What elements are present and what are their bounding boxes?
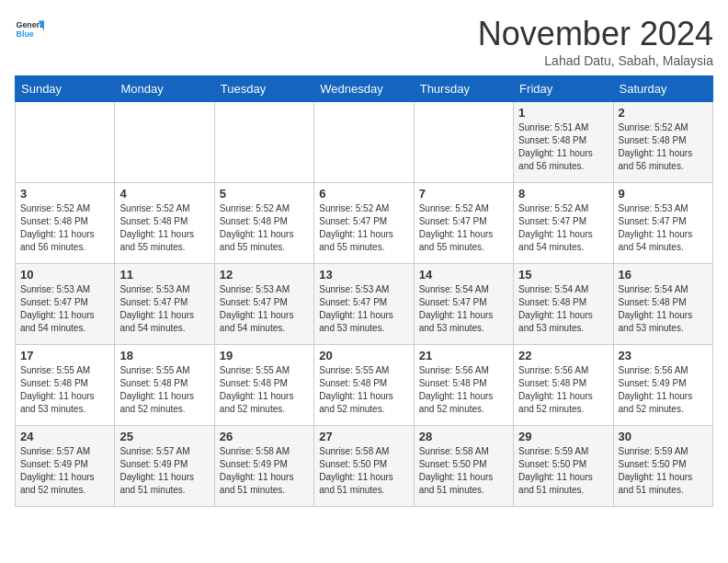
week-row-4: 17Sunrise: 5:55 AMSunset: 5:48 PMDayligh… xyxy=(16,345,713,426)
col-header-friday: Friday xyxy=(514,76,613,102)
day-info: Sunrise: 5:53 AMSunset: 5:47 PMDaylight:… xyxy=(20,283,109,335)
day-number: 5 xyxy=(220,187,309,201)
header-row: SundayMondayTuesdayWednesdayThursdayFrid… xyxy=(16,76,713,102)
day-cell xyxy=(214,102,313,183)
day-cell: 23Sunrise: 5:56 AMSunset: 5:49 PMDayligh… xyxy=(613,345,712,426)
day-number: 15 xyxy=(518,268,608,282)
day-cell: 20Sunrise: 5:55 AMSunset: 5:48 PMDayligh… xyxy=(314,345,414,426)
day-cell: 16Sunrise: 5:54 AMSunset: 5:48 PMDayligh… xyxy=(613,264,712,345)
day-info: Sunrise: 5:56 AMSunset: 5:49 PMDaylight:… xyxy=(619,364,708,416)
day-info: Sunrise: 5:57 AMSunset: 5:49 PMDaylight:… xyxy=(119,445,209,497)
day-cell: 9Sunrise: 5:53 AMSunset: 5:47 PMDaylight… xyxy=(613,183,712,264)
day-number: 22 xyxy=(518,349,608,362)
day-number: 8 xyxy=(518,187,608,201)
day-info: Sunrise: 5:58 AMSunset: 5:49 PMDaylight:… xyxy=(220,445,309,497)
day-info: Sunrise: 5:54 AMSunset: 5:48 PMDaylight:… xyxy=(518,283,608,335)
day-info: Sunrise: 5:59 AMSunset: 5:50 PMDaylight:… xyxy=(619,445,708,497)
day-info: Sunrise: 5:52 AMSunset: 5:47 PMDaylight:… xyxy=(319,202,408,254)
day-cell: 29Sunrise: 5:59 AMSunset: 5:50 PMDayligh… xyxy=(514,426,613,507)
page-header: General Blue November 2024 Lahad Datu, S… xyxy=(15,15,713,68)
day-cell: 11Sunrise: 5:53 AMSunset: 5:47 PMDayligh… xyxy=(115,264,214,345)
day-cell: 19Sunrise: 5:55 AMSunset: 5:48 PMDayligh… xyxy=(214,345,313,426)
day-number: 26 xyxy=(220,430,309,443)
day-info: Sunrise: 5:52 AMSunset: 5:48 PMDaylight:… xyxy=(119,202,209,254)
month-title: November 2024 xyxy=(478,15,713,53)
day-cell: 14Sunrise: 5:54 AMSunset: 5:47 PMDayligh… xyxy=(414,264,513,345)
day-info: Sunrise: 5:58 AMSunset: 5:50 PMDaylight:… xyxy=(319,445,408,497)
day-cell: 1Sunrise: 5:51 AMSunset: 5:48 PMDaylight… xyxy=(514,102,613,183)
day-number: 9 xyxy=(619,187,708,201)
col-header-thursday: Thursday xyxy=(414,76,513,102)
day-info: Sunrise: 5:53 AMSunset: 5:47 PMDaylight:… xyxy=(319,283,408,335)
logo: General Blue xyxy=(15,15,44,44)
day-info: Sunrise: 5:54 AMSunset: 5:47 PMDaylight:… xyxy=(419,283,508,335)
day-cell: 21Sunrise: 5:56 AMSunset: 5:48 PMDayligh… xyxy=(414,345,513,426)
day-number: 10 xyxy=(20,268,109,282)
day-info: Sunrise: 5:58 AMSunset: 5:50 PMDaylight:… xyxy=(419,445,508,497)
day-info: Sunrise: 5:53 AMSunset: 5:47 PMDaylight:… xyxy=(220,283,309,335)
day-cell: 18Sunrise: 5:55 AMSunset: 5:48 PMDayligh… xyxy=(115,345,214,426)
day-number: 1 xyxy=(518,106,608,120)
day-info: Sunrise: 5:52 AMSunset: 5:47 PMDaylight:… xyxy=(518,202,608,254)
day-cell: 24Sunrise: 5:57 AMSunset: 5:49 PMDayligh… xyxy=(16,426,115,507)
day-cell: 10Sunrise: 5:53 AMSunset: 5:47 PMDayligh… xyxy=(16,264,115,345)
day-number: 27 xyxy=(319,430,408,443)
day-number: 11 xyxy=(119,268,209,282)
day-number: 28 xyxy=(419,430,508,443)
day-number: 13 xyxy=(319,268,408,282)
location: Lahad Datu, Sabah, Malaysia xyxy=(478,53,713,68)
calendar-table: SundayMondayTuesdayWednesdayThursdayFrid… xyxy=(15,75,713,507)
day-number: 14 xyxy=(419,268,508,282)
day-number: 29 xyxy=(518,430,608,443)
week-row-1: 1Sunrise: 5:51 AMSunset: 5:48 PMDaylight… xyxy=(16,102,713,183)
day-number: 6 xyxy=(319,187,408,201)
day-cell: 22Sunrise: 5:56 AMSunset: 5:48 PMDayligh… xyxy=(514,345,613,426)
day-cell: 27Sunrise: 5:58 AMSunset: 5:50 PMDayligh… xyxy=(314,426,414,507)
day-info: Sunrise: 5:57 AMSunset: 5:49 PMDaylight:… xyxy=(20,445,109,497)
day-number: 24 xyxy=(20,430,109,443)
day-number: 30 xyxy=(619,430,708,443)
day-number: 16 xyxy=(619,268,708,282)
day-info: Sunrise: 5:55 AMSunset: 5:48 PMDaylight:… xyxy=(20,364,109,416)
day-info: Sunrise: 5:52 AMSunset: 5:48 PMDaylight:… xyxy=(619,121,708,173)
day-cell: 13Sunrise: 5:53 AMSunset: 5:47 PMDayligh… xyxy=(314,264,414,345)
day-cell: 6Sunrise: 5:52 AMSunset: 5:47 PMDaylight… xyxy=(314,183,414,264)
day-info: Sunrise: 5:55 AMSunset: 5:48 PMDaylight:… xyxy=(220,364,309,416)
day-info: Sunrise: 5:52 AMSunset: 5:48 PMDaylight:… xyxy=(220,202,309,254)
day-info: Sunrise: 5:52 AMSunset: 5:47 PMDaylight:… xyxy=(419,202,508,254)
day-info: Sunrise: 5:56 AMSunset: 5:48 PMDaylight:… xyxy=(419,364,508,416)
day-cell: 2Sunrise: 5:52 AMSunset: 5:48 PMDaylight… xyxy=(613,102,712,183)
day-number: 2 xyxy=(619,106,708,120)
day-info: Sunrise: 5:53 AMSunset: 5:47 PMDaylight:… xyxy=(619,202,708,254)
day-number: 21 xyxy=(419,349,508,362)
day-number: 20 xyxy=(319,349,408,362)
day-cell: 26Sunrise: 5:58 AMSunset: 5:49 PMDayligh… xyxy=(214,426,313,507)
day-info: Sunrise: 5:51 AMSunset: 5:48 PMDaylight:… xyxy=(518,121,608,173)
day-cell: 17Sunrise: 5:55 AMSunset: 5:48 PMDayligh… xyxy=(16,345,115,426)
week-row-2: 3Sunrise: 5:52 AMSunset: 5:48 PMDaylight… xyxy=(16,183,713,264)
week-row-3: 10Sunrise: 5:53 AMSunset: 5:47 PMDayligh… xyxy=(16,264,713,345)
day-cell: 30Sunrise: 5:59 AMSunset: 5:50 PMDayligh… xyxy=(613,426,712,507)
col-header-sunday: Sunday xyxy=(16,76,115,102)
col-header-monday: Monday xyxy=(115,76,214,102)
day-number: 12 xyxy=(220,268,309,282)
day-number: 3 xyxy=(20,187,109,201)
day-number: 7 xyxy=(419,187,508,201)
week-row-5: 24Sunrise: 5:57 AMSunset: 5:49 PMDayligh… xyxy=(16,426,713,507)
day-cell: 4Sunrise: 5:52 AMSunset: 5:48 PMDaylight… xyxy=(115,183,214,264)
day-info: Sunrise: 5:53 AMSunset: 5:47 PMDaylight:… xyxy=(119,283,209,335)
day-cell: 5Sunrise: 5:52 AMSunset: 5:48 PMDaylight… xyxy=(214,183,313,264)
day-cell xyxy=(414,102,513,183)
logo-icon: General Blue xyxy=(15,15,44,44)
day-cell xyxy=(16,102,115,183)
day-number: 17 xyxy=(20,349,109,362)
day-info: Sunrise: 5:56 AMSunset: 5:48 PMDaylight:… xyxy=(518,364,608,416)
day-cell: 28Sunrise: 5:58 AMSunset: 5:50 PMDayligh… xyxy=(414,426,513,507)
day-number: 25 xyxy=(119,430,209,443)
day-cell: 15Sunrise: 5:54 AMSunset: 5:48 PMDayligh… xyxy=(514,264,613,345)
col-header-wednesday: Wednesday xyxy=(314,76,414,102)
day-cell: 3Sunrise: 5:52 AMSunset: 5:48 PMDaylight… xyxy=(16,183,115,264)
title-section: November 2024 Lahad Datu, Sabah, Malaysi… xyxy=(478,15,713,68)
day-info: Sunrise: 5:55 AMSunset: 5:48 PMDaylight:… xyxy=(319,364,408,416)
col-header-saturday: Saturday xyxy=(613,76,712,102)
